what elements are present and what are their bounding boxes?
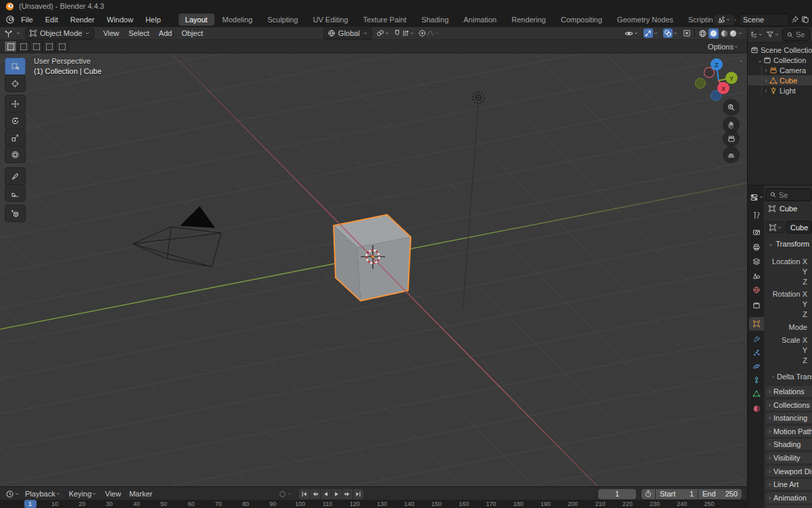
zoom-button[interactable] (723, 99, 740, 116)
chevron-right-icon[interactable]: › (763, 77, 769, 84)
copy-scene-icon[interactable] (801, 16, 809, 24)
properties-tab-world[interactable] (749, 283, 764, 297)
chevron-down-icon[interactable] (774, 32, 780, 37)
properties-tab-editor-type[interactable] (749, 190, 764, 204)
properties-tab-render[interactable] (749, 226, 764, 239)
scale-tool-button[interactable] (5, 129, 26, 146)
cursor-tool-button[interactable] (5, 75, 26, 92)
chevron-down-icon[interactable] (409, 30, 415, 36)
annotate-tool-button[interactable] (5, 167, 26, 185)
next-keyframe-button[interactable] (342, 489, 353, 499)
menu-help[interactable]: Help (139, 14, 167, 25)
viewport-canvas[interactable]: User Perspective (1) Collection | Cube Z… (0, 54, 747, 486)
pivot-point-icon[interactable] (376, 29, 384, 37)
jump-to-start-button[interactable] (299, 489, 309, 499)
viewport-menu-add[interactable]: Add (159, 29, 173, 37)
workspace-tab-shading[interactable]: Shading (415, 14, 455, 26)
rotate-tool-button[interactable] (5, 112, 26, 129)
property-row-scale-x-z[interactable]: Z (764, 356, 812, 364)
auto-key-icon[interactable] (278, 490, 287, 499)
show-gizmo-icon[interactable] (644, 28, 653, 38)
properties-search-input[interactable]: Se (765, 188, 811, 201)
timeline-ruler[interactable]: 1 10203040506070809010011012013014015016… (0, 500, 747, 508)
menu-file[interactable]: File (15, 14, 39, 25)
options-button[interactable]: Options (708, 43, 739, 51)
jump-to-end-button[interactable] (353, 489, 363, 499)
show-overlays-icon[interactable] (663, 28, 673, 38)
camera-view-button[interactable] (723, 130, 740, 147)
viewport-menu-object[interactable]: Object (181, 29, 203, 37)
shading-rendered-icon[interactable] (729, 29, 738, 38)
id-type-button[interactable] (766, 221, 785, 233)
chevron-right-icon[interactable]: › (763, 67, 769, 74)
panel-header-shading[interactable]: ›Shading (766, 439, 812, 450)
select-mode-extend[interactable] (17, 41, 30, 52)
property-row-rotation-x-y[interactable]: Y (764, 300, 812, 308)
chevron-down-icon[interactable] (758, 32, 763, 37)
workspace-tab-layout[interactable]: Layout (179, 14, 215, 26)
property-row-mode-mode[interactable]: Mode (764, 323, 812, 331)
panel-header-visibility[interactable]: ›Visibility (766, 452, 812, 463)
falloff-icon[interactable] (426, 29, 434, 37)
property-row-location-x-z[interactable]: Z (764, 278, 812, 286)
chevron-down-icon[interactable] (14, 491, 20, 496)
timeline-menu-keying[interactable]: Keying (69, 490, 97, 498)
properties-tab-object-data[interactable] (749, 387, 764, 400)
outliner-row-camera[interactable]: ›Camera (748, 65, 812, 75)
property-row-location-x-location-x[interactable]: Location X (764, 257, 812, 266)
blender-menu-icon[interactable] (5, 15, 15, 24)
proportional-edit-icon[interactable] (418, 29, 426, 37)
menu-render[interactable]: Render (64, 14, 101, 25)
visibility-dropdown-icon[interactable] (625, 29, 633, 38)
display-mode-icon[interactable] (750, 30, 758, 39)
current-frame-field[interactable]: 1 (598, 489, 636, 499)
snap-target-icon[interactable] (401, 29, 409, 37)
shading-material-icon[interactable] (720, 29, 729, 38)
start-frame-field[interactable]: Start 1 (656, 489, 698, 499)
panel-header-custom-p[interactable]: ›Custom P (766, 505, 812, 508)
properties-tab-particles[interactable] (749, 346, 764, 360)
menu-edit[interactable]: Edit (39, 14, 64, 25)
scene-name-field[interactable]: Scene (739, 14, 789, 26)
panel-header-line-art[interactable]: ›Line Art (766, 479, 812, 490)
object-name-field[interactable]: Cube (786, 221, 812, 234)
prev-keyframe-button[interactable] (310, 489, 320, 499)
properties-tab-scene[interactable] (749, 269, 764, 282)
chevron-down-icon[interactable] (673, 30, 678, 36)
transform-panel-header[interactable]: ⌄ Transform (768, 240, 809, 248)
chevron-down-icon[interactable] (633, 30, 639, 36)
properties-tab-physics[interactable] (749, 360, 764, 373)
orientation-selector[interactable]: Global (323, 28, 372, 39)
select-mode-invert[interactable] (43, 41, 55, 52)
ortho-toggle-button[interactable] (723, 146, 740, 163)
outliner-row-collection[interactable]: ⌄Collection (748, 55, 812, 65)
chevron-down-icon[interactable] (738, 30, 743, 36)
outliner-search-input[interactable]: Se (782, 28, 810, 41)
workspace-tab-texture-paint[interactable]: Texture Paint (356, 14, 413, 26)
panel-header-animation[interactable]: ›Animation (766, 492, 812, 503)
navigation-gizmo[interactable]: Z Y X (687, 55, 745, 106)
property-row-scale-x-y[interactable]: Y (764, 346, 812, 354)
timeline-menu-view[interactable]: View (105, 490, 121, 498)
select-mode-new[interactable] (4, 41, 17, 52)
panel-header-instancing[interactable]: ›Instancing (766, 412, 812, 423)
pin-icon[interactable] (791, 16, 799, 24)
gizmo-neg-y-ball[interactable] (696, 79, 706, 89)
select-mode-subtract[interactable] (30, 41, 43, 52)
workspace-tab-uv-editing[interactable]: UV Editing (306, 14, 355, 26)
play-reverse-button[interactable] (321, 489, 331, 499)
properties-tab-object[interactable] (749, 317, 764, 331)
add-cube-tool-button[interactable] (5, 205, 26, 222)
workspace-tab-animation[interactable]: Animation (457, 14, 503, 26)
filter-icon[interactable] (766, 30, 774, 39)
property-row-rotation-x-z[interactable]: Z (764, 310, 812, 318)
viewport-menu-select[interactable]: Select (129, 29, 150, 37)
properties-tab-tool[interactable] (749, 209, 764, 222)
panel-header-collections[interactable]: ›Collections (766, 400, 812, 410)
playhead-badge[interactable]: 1 (24, 500, 37, 508)
workspace-tab-geometry-nodes[interactable]: Geometry Nodes (610, 14, 680, 26)
chevron-down-icon[interactable] (16, 30, 21, 36)
chevron-down-icon[interactable] (653, 30, 658, 36)
select-box-tool-button[interactable] (5, 58, 26, 75)
select-mode-intersect[interactable] (55, 41, 68, 52)
